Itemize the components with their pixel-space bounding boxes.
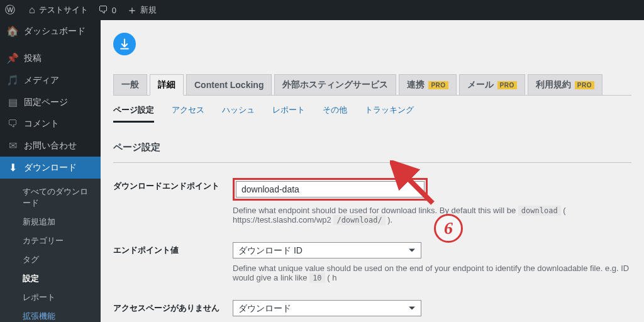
pro-badge: PRO <box>575 81 594 89</box>
sidebar-item-posts[interactable]: 📌投稿 <box>0 47 101 69</box>
comments-link[interactable]: 🗨0 <box>93 0 121 20</box>
field-label-no-access: アクセスページがありません <box>113 291 233 322</box>
plugin-logo-icon <box>113 33 136 55</box>
settings-subnav: ページ設定 アクセス ハッシュ レポート その他 トラッキング <box>113 104 631 123</box>
annotation-highlight <box>233 178 428 201</box>
field-label-endpoint: ダウンロードエンドポイント <box>113 169 233 233</box>
endpoint-value-description: Define what unique value should be used … <box>233 264 631 282</box>
subnav-tracking[interactable]: トラッキング <box>365 104 414 123</box>
tab-content-locking[interactable]: Content Locking <box>186 74 272 96</box>
no-access-page-select[interactable]: ダウンロード <box>233 300 421 316</box>
comment-icon: 🗨 <box>6 118 19 130</box>
download-icon: ⬇ <box>6 162 19 174</box>
sidebar-item-label: コメント <box>24 118 59 130</box>
wordpress-icon: ⓦ <box>5 4 15 17</box>
field-label-endpoint-value: エンドポイント値 <box>113 233 233 291</box>
site-title: テストサイト <box>39 4 88 16</box>
pro-badge: PRO <box>428 81 448 89</box>
pin-icon: 📌 <box>6 52 19 64</box>
sidebar-sub-extend[interactable]: 拡張機能 <box>0 307 101 322</box>
site-link[interactable]: ⌂テストサイト <box>24 0 93 20</box>
media-icon: 🎵 <box>6 74 19 86</box>
plus-icon: ＋ <box>126 5 138 15</box>
section-title: ページ設定 <box>113 133 631 163</box>
sidebar-sub-report[interactable]: レポート <box>0 288 101 307</box>
sidebar-submenu-download: すべてのダウンロード 新規追加 カテゴリー タグ 設定 レポート 拡張機能 LI… <box>0 179 101 322</box>
tab-integration[interactable]: 連携PRO <box>399 74 456 96</box>
sidebar-item-media[interactable]: 🎵メディア <box>0 69 101 91</box>
sidebar-item-label: 投稿 <box>24 53 42 64</box>
sidebar-item-contact[interactable]: ✉お問い合わせ <box>0 135 101 157</box>
pro-badge: PRO <box>497 81 517 89</box>
sidebar-item-comments[interactable]: 🗨コメント <box>0 113 101 135</box>
sidebar-item-dashboard[interactable]: 🏠ダッシュボード <box>0 20 101 42</box>
sidebar-sub-settings[interactable]: 設定 <box>0 269 101 288</box>
sidebar-item-label: お問い合わせ <box>24 140 77 152</box>
sidebar-item-label: メディア <box>24 75 59 86</box>
subnav-other[interactable]: その他 <box>323 104 347 123</box>
endpoint-value-select[interactable]: ダウンロード ID <box>233 242 421 258</box>
new-content[interactable]: ＋新規 <box>121 0 162 20</box>
endpoint-description: Define what endpoint should be used for … <box>233 206 631 225</box>
new-label: 新規 <box>140 4 157 16</box>
comments-count: 0 <box>112 6 116 15</box>
sidebar-item-label: 固定ページ <box>24 97 68 108</box>
sidebar-sub-all[interactable]: すべてのダウンロード <box>0 182 101 213</box>
tab-mail[interactable]: メールPRO <box>459 74 525 96</box>
sidebar-item-label: ダッシュボード <box>24 26 86 37</box>
sidebar-item-pages[interactable]: ▤固定ページ <box>0 91 101 113</box>
sidebar-sub-tag[interactable]: タグ <box>0 250 101 269</box>
sidebar-item-download[interactable]: ⬇ダウンロード <box>0 157 101 179</box>
sidebar-sub-category[interactable]: カテゴリー <box>0 231 101 250</box>
tab-external-hosting[interactable]: 外部ホスティングサービス <box>274 74 396 96</box>
subnav-hash[interactable]: ハッシュ <box>222 104 255 123</box>
tab-detail[interactable]: 詳細 <box>150 74 184 96</box>
endpoint-input[interactable] <box>236 181 425 197</box>
sidebar-item-label: ダウンロード <box>24 162 77 174</box>
comment-icon: 🗨 <box>98 4 108 16</box>
gauge-icon: 🏠 <box>6 25 19 37</box>
settings-tabs: 一般 詳細 Content Locking 外部ホスティングサービス 連携PRO… <box>113 74 631 96</box>
tab-terms[interactable]: 利用規約PRO <box>528 74 602 96</box>
page-icon: ▤ <box>6 96 19 108</box>
wp-logo[interactable]: ⓦ <box>0 0 24 20</box>
home-icon: ⌂ <box>29 4 35 16</box>
subnav-page-settings[interactable]: ページ設定 <box>113 104 154 123</box>
tab-general[interactable]: 一般 <box>113 74 147 96</box>
sidebar-sub-add[interactable]: 新規追加 <box>0 213 101 231</box>
subnav-report[interactable]: レポート <box>272 104 305 123</box>
subnav-access[interactable]: アクセス <box>172 104 204 123</box>
mail-icon: ✉ <box>6 140 19 152</box>
